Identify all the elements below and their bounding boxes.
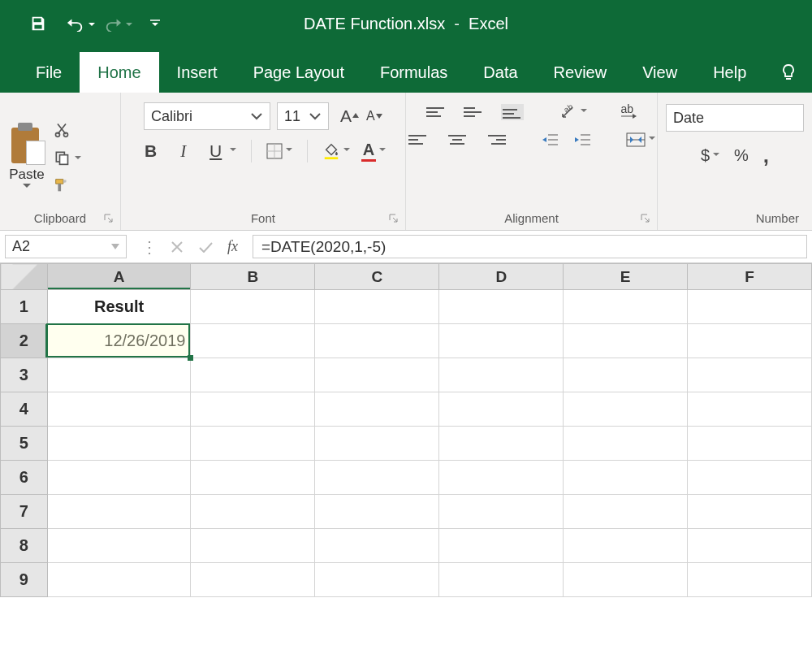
cell-C2[interactable] xyxy=(315,324,439,358)
align-bottom-icon[interactable] xyxy=(501,104,524,120)
align-center-icon[interactable] xyxy=(446,132,469,148)
copy-icon[interactable] xyxy=(50,149,73,167)
cell-D2[interactable] xyxy=(439,324,564,358)
formula-input[interactable]: =DATE(2020,1,-5) xyxy=(253,235,807,258)
cell-B5[interactable] xyxy=(191,427,315,461)
cell-C4[interactable] xyxy=(315,392,439,427)
align-right-icon[interactable] xyxy=(483,132,506,148)
fill-color-icon[interactable] xyxy=(322,142,350,160)
cell-B4[interactable] xyxy=(191,392,315,427)
row-header-7[interactable]: 7 xyxy=(1,495,48,529)
cell-A6[interactable] xyxy=(47,461,191,495)
cell-B2[interactable] xyxy=(191,324,315,358)
font-color-icon[interactable]: A xyxy=(361,141,386,162)
paste-dropdown-icon[interactable] xyxy=(23,184,31,192)
dialog-launcher-icon[interactable] xyxy=(104,214,115,225)
cut-icon[interactable] xyxy=(50,121,73,139)
row-header-4[interactable]: 4 xyxy=(1,392,48,427)
cell-E6[interactable] xyxy=(564,461,688,495)
cell-E4[interactable] xyxy=(564,392,688,427)
cell-A1[interactable]: Result xyxy=(47,290,191,324)
cell-D5[interactable] xyxy=(439,427,564,461)
italic-button[interactable]: I xyxy=(173,141,194,162)
wrap-text-icon[interactable]: ab xyxy=(621,105,637,119)
select-all-corner[interactable] xyxy=(1,264,48,290)
row-header-1[interactable]: 1 xyxy=(1,290,48,324)
cell-A4[interactable] xyxy=(47,392,191,427)
cell-C6[interactable] xyxy=(315,461,439,495)
cell-B1[interactable] xyxy=(191,290,315,324)
cell-E2[interactable] xyxy=(564,324,688,358)
cell-B9[interactable] xyxy=(191,563,315,597)
cell-E9[interactable] xyxy=(564,563,688,597)
row-header-3[interactable]: 3 xyxy=(1,358,48,392)
cell-B7[interactable] xyxy=(191,495,315,529)
cell-F9[interactable] xyxy=(688,563,812,597)
cell-F6[interactable] xyxy=(688,461,812,495)
borders-icon[interactable] xyxy=(266,143,292,159)
align-top-icon[interactable] xyxy=(426,104,449,120)
qat-customize-icon[interactable] xyxy=(146,15,164,32)
cell-E7[interactable] xyxy=(564,495,688,529)
cell-F1[interactable] xyxy=(688,290,812,324)
cell-A3[interactable] xyxy=(47,358,191,392)
row-header-5[interactable]: 5 xyxy=(1,427,48,461)
cell-D3[interactable] xyxy=(439,358,564,392)
cell-E1[interactable] xyxy=(564,290,688,324)
redo-icon[interactable] xyxy=(104,15,122,32)
cell-F5[interactable] xyxy=(688,427,812,461)
align-middle-icon[interactable] xyxy=(464,104,486,120)
cell-A8[interactable] xyxy=(47,529,191,563)
cell-A5[interactable] xyxy=(47,427,191,461)
cell-C1[interactable] xyxy=(315,290,439,324)
row-header-6[interactable]: 6 xyxy=(1,461,48,495)
cell-C7[interactable] xyxy=(315,495,439,529)
cell-D7[interactable] xyxy=(439,495,564,529)
cell-A7[interactable] xyxy=(47,495,191,529)
tab-review[interactable]: Review xyxy=(536,52,625,93)
cell-A9[interactable] xyxy=(47,563,191,597)
cell-E5[interactable] xyxy=(564,427,688,461)
font-size-select[interactable]: 11 xyxy=(277,102,329,130)
cell-D4[interactable] xyxy=(439,392,564,427)
font-name-select[interactable]: Calibri xyxy=(144,102,270,130)
tab-data[interactable]: Data xyxy=(465,52,535,93)
cell-A2[interactable]: 12/26/2019 xyxy=(47,324,191,358)
tab-formulas[interactable]: Formulas xyxy=(362,52,465,93)
paste-button[interactable]: Paste xyxy=(9,167,44,183)
enter-icon[interactable] xyxy=(198,241,213,253)
worksheet-grid[interactable]: A B C D E F 1 Result 2 12/26/2019 3 4 5 … xyxy=(0,263,812,650)
tab-page-layout[interactable]: Page Layout xyxy=(235,52,362,93)
name-box[interactable]: A2 xyxy=(5,235,127,258)
row-header-9[interactable]: 9 xyxy=(1,563,48,597)
undo-icon[interactable] xyxy=(67,15,84,32)
percent-format-icon[interactable]: % xyxy=(734,146,749,165)
expand-handle-icon[interactable]: ⋮ xyxy=(141,237,156,257)
cell-F2[interactable] xyxy=(688,324,812,358)
tab-help[interactable]: Help xyxy=(695,52,764,93)
decrease-indent-icon[interactable] xyxy=(542,132,559,147)
tab-file[interactable]: File xyxy=(18,52,80,93)
increase-font-icon[interactable]: A xyxy=(340,106,360,126)
dialog-launcher-icon[interactable] xyxy=(389,214,400,225)
tell-me-icon[interactable] xyxy=(779,63,798,93)
merge-center-icon[interactable] xyxy=(626,132,655,147)
cell-B6[interactable] xyxy=(191,461,315,495)
tab-insert[interactable]: Insert xyxy=(159,52,235,93)
number-format-select[interactable]: Date xyxy=(666,104,804,132)
cell-F8[interactable] xyxy=(688,529,812,563)
comma-format-icon[interactable]: , xyxy=(763,143,769,168)
cell-F4[interactable] xyxy=(688,392,812,427)
col-header-E[interactable]: E xyxy=(564,264,688,290)
cell-C5[interactable] xyxy=(315,427,439,461)
cell-C3[interactable] xyxy=(315,358,439,392)
orientation-icon[interactable]: ab xyxy=(559,104,587,120)
cell-B8[interactable] xyxy=(191,529,315,563)
cell-C8[interactable] xyxy=(315,529,439,563)
cell-E3[interactable] xyxy=(564,358,688,392)
cell-B3[interactable] xyxy=(191,358,315,392)
cell-F3[interactable] xyxy=(688,358,812,392)
decrease-font-icon[interactable]: A xyxy=(366,109,382,124)
increase-indent-icon[interactable] xyxy=(574,132,592,147)
cell-D9[interactable] xyxy=(439,563,564,597)
